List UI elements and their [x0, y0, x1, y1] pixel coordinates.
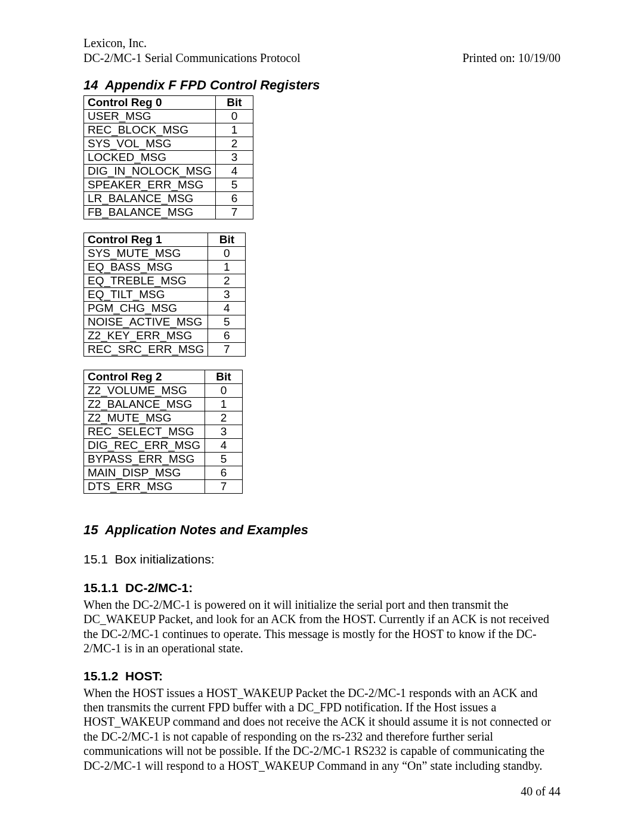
table-row: USER_MSG0: [84, 110, 253, 123]
table-row: Z2_BALANCE_MSG1: [84, 398, 243, 411]
table-row: REC_BLOCK_MSG1: [84, 123, 253, 137]
reg-name: SYS_VOL_MSG: [84, 137, 216, 151]
table-row: SYS_MUTE_MSG0: [84, 247, 246, 261]
reg-bit: 0: [216, 110, 253, 123]
reg-name: SYS_MUTE_MSG: [84, 247, 208, 261]
reg-bit: 3: [216, 151, 253, 165]
subsection-15-1-number: 15.1: [83, 552, 108, 566]
table-row: SYS_VOL_MSG2: [84, 137, 253, 151]
reg-name: Z2_MUTE_MSG: [84, 411, 205, 425]
reg-bit: 7: [205, 480, 243, 494]
subsection-15-1-1-heading: 15.1.1 DC-2/MC-1:: [83, 581, 561, 595]
table-row: Z2_KEY_ERR_MSG6: [84, 329, 246, 343]
table-row: DIG_REC_ERR_MSG4: [84, 439, 243, 453]
subsection-15-1-1-number: 15.1.1: [83, 581, 118, 594]
reg-bit: 7: [216, 206, 253, 219]
subsection-15-1-title: Box initializations:: [115, 552, 215, 566]
table-row: REC_SRC_ERR_MSG7: [84, 343, 246, 357]
reg-bit: 2: [205, 411, 243, 425]
reg-bit: 6: [205, 466, 243, 480]
table-row: EQ_BASS_MSG1: [84, 261, 246, 274]
reg-name: DTS_ERR_MSG: [84, 480, 205, 494]
reg-name: EQ_TREBLE_MSG: [84, 274, 208, 288]
subsection-15-1-2-number: 15.1.2: [83, 669, 118, 683]
reg-bit: 6: [216, 192, 253, 206]
control-reg-2-table: Control Reg 2 Bit Z2_VOLUME_MSG0 Z2_BALA…: [83, 370, 243, 494]
printed-on: Printed on: 10/19/00: [463, 51, 561, 66]
page-header: Lexicon, Inc. DC-2/MC-1 Serial Communica…: [83, 36, 561, 66]
table-row: EQ_TILT_MSG3: [84, 288, 246, 302]
reg-bit: 3: [205, 425, 243, 439]
table-row: EQ_TREBLE_MSG2: [84, 274, 246, 288]
reg-name: REC_BLOCK_MSG: [84, 123, 216, 137]
table-header-bit: Bit: [205, 370, 243, 384]
reg-name: NOISE_ACTIVE_MSG: [84, 315, 208, 329]
table-row: DTS_ERR_MSG7: [84, 480, 243, 494]
section-14-title: Appendix F FPD Control Registers: [105, 78, 320, 92]
section-14-heading: 14 Appendix F FPD Control Registers: [83, 78, 561, 93]
reg-bit: 5: [216, 178, 253, 192]
table-header-bit: Bit: [216, 96, 253, 110]
reg-name: REC_SRC_ERR_MSG: [84, 343, 208, 357]
subsection-15-1-2-title: HOST:: [125, 669, 163, 683]
reg-bit: 5: [208, 315, 246, 329]
table-row: LR_BALANCE_MSG6: [84, 192, 253, 206]
reg-name: FB_BALANCE_MSG: [84, 206, 216, 219]
reg-name: LR_BALANCE_MSG: [84, 192, 216, 206]
document-title: DC-2/MC-1 Serial Communications Protocol: [83, 51, 301, 66]
reg-bit: 6: [208, 329, 246, 343]
table-header-name: Control Reg 2: [84, 370, 205, 384]
reg-name: EQ_BASS_MSG: [84, 261, 208, 274]
reg-bit: 1: [205, 398, 243, 411]
reg-name: REC_SELECT_MSG: [84, 425, 205, 439]
reg-bit: 1: [216, 123, 253, 137]
table-row: DIG_IN_NOLOCK_MSG4: [84, 165, 253, 178]
table-row: NOISE_ACTIVE_MSG5: [84, 315, 246, 329]
control-reg-1-table: Control Reg 1 Bit SYS_MUTE_MSG0 EQ_BASS_…: [83, 233, 246, 357]
reg-bit: 2: [208, 274, 246, 288]
reg-name: DIG_REC_ERR_MSG: [84, 439, 205, 453]
reg-bit: 5: [205, 453, 243, 466]
reg-name: MAIN_DISP_MSG: [84, 466, 205, 480]
reg-name: Z2_KEY_ERR_MSG: [84, 329, 208, 343]
table-header-name: Control Reg 1: [84, 233, 208, 247]
table-row: SPEAKER_ERR_MSG5: [84, 178, 253, 192]
header-left: Lexicon, Inc. DC-2/MC-1 Serial Communica…: [83, 36, 301, 66]
reg-name: DIG_IN_NOLOCK_MSG: [84, 165, 216, 178]
reg-bit: 0: [205, 384, 243, 398]
table-row: FB_BALANCE_MSG7: [84, 206, 253, 219]
section-15-heading: 15 Application Notes and Examples: [83, 522, 561, 538]
header-right: Printed on: 10/19/00: [463, 51, 561, 66]
reg-name: USER_MSG: [84, 110, 216, 123]
reg-name: Z2_VOLUME_MSG: [84, 384, 205, 398]
reg-bit: 4: [205, 439, 243, 453]
subsection-15-1-1-title: DC-2/MC-1:: [125, 581, 193, 594]
reg-name: PGM_CHG_MSG: [84, 302, 208, 315]
table-row: LOCKED_MSG3: [84, 151, 253, 165]
subsection-15-1-heading: 15.1 Box initializations:: [83, 552, 561, 566]
reg-bit: 3: [208, 288, 246, 302]
reg-bit: 2: [216, 137, 253, 151]
section-15-number: 15: [83, 522, 98, 537]
reg-bit: 4: [208, 302, 246, 315]
section-14-number: 14: [83, 78, 98, 92]
reg-bit: 1: [208, 261, 246, 274]
table-row: Z2_MUTE_MSG2: [84, 411, 243, 425]
company-name: Lexicon, Inc.: [83, 36, 301, 51]
reg-name: SPEAKER_ERR_MSG: [84, 178, 216, 192]
table-header-bit: Bit: [208, 233, 246, 247]
reg-name: Z2_BALANCE_MSG: [84, 398, 205, 411]
reg-name: LOCKED_MSG: [84, 151, 216, 165]
reg-name: EQ_TILT_MSG: [84, 288, 208, 302]
page-footer: 40 of 44: [521, 785, 561, 798]
reg-bit: 7: [208, 343, 246, 357]
section-15-title: Application Notes and Examples: [105, 522, 308, 537]
control-reg-0-table: Control Reg 0 Bit USER_MSG0 REC_BLOCK_MS…: [83, 95, 253, 219]
reg-name: BYPASS_ERR_MSG: [84, 453, 205, 466]
subsection-15-1-2-heading: 15.1.2 HOST:: [83, 669, 561, 683]
reg-bit: 4: [216, 165, 253, 178]
table-row: BYPASS_ERR_MSG5: [84, 453, 243, 466]
table-row: Z2_VOLUME_MSG0: [84, 384, 243, 398]
page: Lexicon, Inc. DC-2/MC-1 Serial Communica…: [0, 0, 644, 833]
paragraph-15-1-2: When the HOST issues a HOST_WAKEUP Packe…: [83, 686, 561, 773]
